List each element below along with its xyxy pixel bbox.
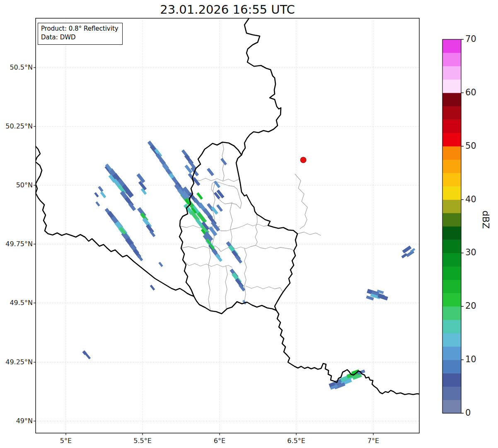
radar-echo-streak [401,253,408,259]
admin-border-path [244,249,247,305]
colorbar-tick-label: 60 [465,87,476,97]
admin-border-path [255,214,257,245]
x-axis-tick-label: 7°E [355,437,392,445]
colorbar-segment [442,186,461,200]
colorbar-segment [442,226,461,240]
x-axis-tick-label: 6°E [201,437,238,445]
colorbar-segment [442,80,461,93]
admin-border-path [230,202,232,247]
colorbar-segment [442,173,461,186]
radar-site-marker [300,157,306,163]
colorbar-tick-label: 0 [465,408,471,418]
x-axis-tick-label: 6.5°E [278,437,315,445]
colorbar-segment [442,106,461,120]
colorbar-segment [442,66,461,80]
colorbar-segment [442,373,461,387]
admin-border-path [194,177,239,182]
radar-echo-streak [150,285,155,291]
admin-border-path [297,232,321,235]
colorbar-segment [442,253,461,266]
colorbar-tick-label: 70 [465,34,476,44]
colorbar-tick-label: 10 [465,354,476,364]
admin-border-path [208,248,210,310]
colorbar-segment [442,387,461,400]
colorbar-segment [442,306,461,320]
colorbar-segment [442,160,461,173]
radar-echo-streak [94,192,99,198]
colorbar-segment [442,213,461,227]
radar-echo-streak [158,262,163,267]
admin-border-path [180,224,268,231]
colorbar-segment [442,39,461,53]
colorbar-segment [442,266,461,280]
colorbar-segment [442,146,461,160]
y-axis-tick-label: 49.25°N [0,358,33,366]
radar-map-canvas [0,0,498,448]
colorbar-tick-label: 30 [465,247,476,257]
country-border-path [242,18,281,155]
colorbar-segment [442,333,461,347]
radar-echo-streak [95,201,100,207]
colorbar-segment [442,200,461,213]
colorbar-tick-label: 20 [465,301,476,311]
country-border-path [179,142,297,314]
radar-product-page: 23.01.2026 16:55 UTC Product: 0.8° Refle… [0,0,498,448]
colorbar-tick-label: 50 [465,141,476,151]
colorbar-segment [442,53,461,66]
y-axis-tick-label: 49.75°N [0,240,33,248]
colorbar-segment [442,360,461,373]
colorbar-segment [442,400,461,414]
colorbar-segment [442,280,461,293]
y-axis-tick-label: 50°N [0,181,33,189]
admin-border-path [295,174,307,229]
colorbar-units-label: dBZ [481,211,491,229]
radar-echo-streak [196,192,203,200]
product-label: Product: 0.8° Reflectivity [41,24,118,33]
colorbar-segment [442,133,461,147]
radar-echo-streak [207,168,214,176]
y-axis-tick-label: 49°N [0,417,33,425]
data-source-label: Data: DWD [41,33,118,42]
y-axis-tick-label: 49.5°N [0,299,33,307]
admin-border-path [225,266,227,309]
admin-border-path [246,286,283,292]
colorbar-segment [442,346,461,360]
colorbar-segment [442,93,461,107]
admin-border-path [181,245,294,252]
radar-echo-streak [98,186,103,192]
x-axis-tick-label: 5.5°E [124,437,161,445]
y-axis-tick-label: 50.5°N [0,63,33,71]
x-axis-tick-label: 5°E [47,437,85,445]
admin-border-path [183,260,232,267]
product-info-box: Product: 0.8° Reflectivity Data: DWD [38,23,123,45]
colorbar-tick-label: 40 [465,194,476,204]
colorbar-segment [442,320,461,334]
radar-echo-streak [100,191,106,198]
colorbar-segment [442,240,461,253]
colorbar-segment [442,119,461,133]
y-axis-tick-label: 50.25°N [0,122,33,130]
colorbar-segment [442,293,461,307]
plot-content-group [35,18,420,433]
